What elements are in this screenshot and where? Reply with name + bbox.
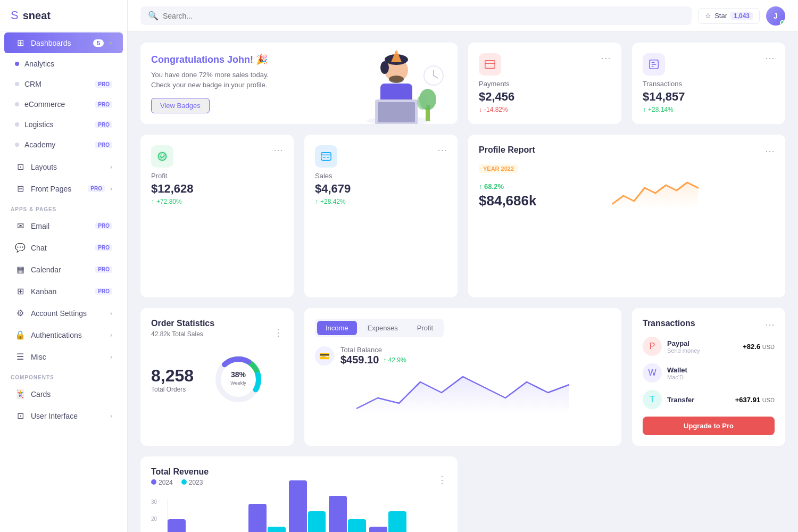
sidebar-item-authentications[interactable]: 🔒 Authentications ›: [4, 325, 123, 345]
sidebar-item-dashboards[interactable]: ⊞ Dashboards 5 ▾: [4, 32, 123, 53]
profit-stat-card: ⋯ Profit $12,628 ↑ +72.80%: [140, 135, 294, 297]
order-more-icon[interactable]: ⋮: [273, 328, 283, 337]
bar-2023-2: [268, 527, 286, 532]
bar-group-Apr: [289, 499, 326, 532]
svg-rect-18: [321, 153, 331, 161]
transactions-more-icon[interactable]: ⋯: [765, 53, 775, 63]
layouts-icon: ⊡: [15, 162, 26, 172]
tab-expenses[interactable]: Expenses: [359, 321, 406, 335]
logo-icon: S: [11, 9, 19, 22]
transactions-value: $14,857: [643, 90, 775, 104]
profile-year-badge: YEAR 2022: [479, 164, 518, 173]
profile-more-icon[interactable]: ⋯: [765, 146, 775, 156]
sidebar-item-misc[interactable]: ☰ Misc ›: [4, 346, 123, 367]
sales-change: ↑ +28.42%: [315, 198, 447, 205]
dot-icon: [15, 122, 19, 127]
sidebar-item-crm[interactable]: CRM PRO: [4, 74, 123, 94]
main-content: 🔍 ☆ Star 1,043 J Congratulations John! 🎉…: [128, 0, 798, 532]
search-box[interactable]: 🔍: [140, 6, 692, 25]
sidebar-item-layouts[interactable]: ⊡ Layouts ›: [4, 156, 123, 177]
bar-2023-4: [348, 519, 366, 532]
balance-change: ↑ 42.9%: [383, 356, 406, 364]
chart-bars-area: [167, 499, 447, 532]
settings-icon: ⚙: [15, 308, 26, 318]
star-label: Star: [714, 12, 727, 20]
order-stats-card: Order Statistics 42.82k Total Sales ⋮ 8,…: [140, 308, 294, 446]
transactions-label: Transactions: [643, 80, 775, 88]
star-button[interactable]: ☆ Star 1,043: [698, 8, 760, 24]
bar-2024-2: [248, 504, 267, 532]
profit-more-icon[interactable]: ⋯: [273, 145, 283, 155]
bar-group-May: [329, 499, 366, 532]
search-input[interactable]: [163, 12, 684, 20]
profile-report-card: Profile Report ⋯ YEAR 2022 ↑ 68.2% $84,6…: [468, 135, 785, 297]
transactions-change: ↑ +28.14%: [643, 106, 775, 113]
payments-icon: [479, 53, 501, 76]
bar-2024-3: [289, 480, 307, 532]
sidebar-item-cards[interactable]: 🃏 Cards: [4, 384, 123, 404]
balance-icon: 💳: [315, 346, 334, 365]
bar-group-Mar: [248, 499, 286, 532]
chevron-down-icon: ▾: [109, 39, 112, 47]
tab-profit[interactable]: Profit: [409, 321, 442, 335]
sales-icon: [315, 145, 337, 168]
sales-label: Sales: [315, 172, 447, 180]
total-balance-label: Total Balance: [340, 346, 406, 354]
sidebar-item-ecommerce[interactable]: eCommerce PRO: [4, 95, 123, 114]
upgrade-button[interactable]: Upgrade to Pro: [643, 417, 775, 435]
cards-icon: 🃏: [15, 389, 26, 399]
chevron-right-icon: ›: [110, 412, 112, 420]
search-icon: 🔍: [148, 11, 159, 21]
svg-point-11: [417, 95, 428, 110]
arrow-up-icon: ↑: [643, 106, 646, 113]
online-status-dot: [780, 20, 785, 25]
sidebar-item-academy[interactable]: Academy PRO: [4, 135, 123, 154]
user-avatar[interactable]: J: [766, 6, 785, 26]
topbar: 🔍 ☆ Star 1,043 J: [128, 0, 798, 32]
sidebar-item-account-settings[interactable]: ⚙ Account Settings ›: [4, 303, 123, 323]
transfer-icon: T: [643, 390, 662, 409]
income-chart: [315, 371, 611, 414]
svg-line-14: [434, 76, 438, 78]
bar-group-Jul: [410, 499, 447, 532]
profile-report-title: Profile Report: [479, 145, 535, 155]
sidebar-item-logistics[interactable]: Logistics PRO: [4, 115, 123, 134]
sales-stat-card: ⋯ Sales $4,679 ↑ +28.42%: [304, 135, 458, 297]
transactions-more-icon[interactable]: ⋯: [765, 320, 775, 329]
sidebar-item-user-interface[interactable]: ⊡ User Interface ›: [4, 405, 123, 426]
sidebar-item-chat[interactable]: 💬 Chat PRO: [4, 237, 123, 258]
transactions-stat-card: ⋯ Transactions $14,857 ↑ +28.14%: [632, 43, 785, 124]
dot-icon: [15, 102, 19, 106]
transactions-title: Transactions: [643, 319, 695, 328]
payments-more-icon[interactable]: ⋯: [601, 53, 611, 63]
order-total: 8,258: [151, 366, 194, 386]
sidebar-item-kanban[interactable]: ⊞ Kanban PRO: [4, 281, 123, 302]
order-donut: 38% Weekly: [212, 353, 265, 406]
revenue-more-icon[interactable]: ⋮: [437, 475, 447, 485]
payments-label: Payments: [479, 80, 611, 88]
sidebar-item-front-pages[interactable]: ⊟ Front Pages PRO ›: [4, 178, 123, 199]
bar-group-Jun: [369, 499, 406, 532]
tab-income[interactable]: Income: [317, 321, 357, 335]
profit-icon: [151, 145, 173, 168]
sidebar-item-email[interactable]: ✉ Email PRO: [4, 215, 123, 236]
chevron-right-icon: ›: [110, 310, 112, 317]
sidebar-item-calendar[interactable]: ▦ Calendar PRO: [4, 259, 123, 280]
transaction-wallet: W Wallet Mac'D: [643, 363, 775, 383]
svg-point-5: [389, 76, 404, 83]
logo: S sneat: [0, 0, 127, 31]
sales-more-icon[interactable]: ⋯: [437, 145, 447, 155]
lock-icon: 🔒: [15, 330, 26, 340]
profile-change: ↑ 68.2%: [479, 182, 536, 190]
arrow-down-icon: ↓: [479, 106, 482, 113]
sidebar-item-analytics[interactable]: Analytics: [4, 54, 123, 73]
profit-label: Profit: [151, 172, 283, 180]
view-badges-button[interactable]: View Badges: [151, 98, 210, 113]
dot-icon: [15, 82, 19, 86]
misc-icon: ☰: [15, 352, 26, 362]
income-card: Income Expenses Profit 💳 Total Balance $…: [304, 308, 621, 446]
email-icon: ✉: [15, 221, 26, 231]
front-pages-icon: ⊟: [15, 184, 26, 194]
chat-icon: 💬: [15, 243, 26, 253]
wallet-name: Wallet: [667, 366, 687, 374]
